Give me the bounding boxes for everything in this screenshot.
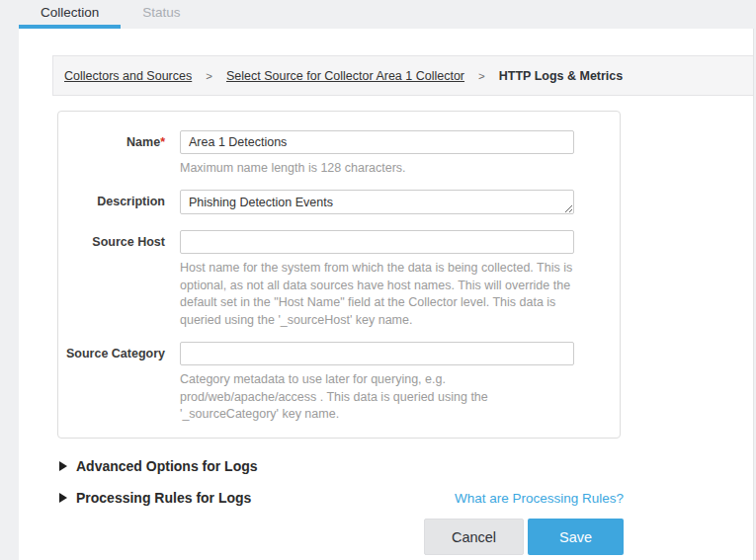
name-input[interactable]	[180, 130, 574, 154]
breadcrumb-current-page: HTTP Logs & Metrics	[499, 69, 623, 83]
advanced-options-title: Advanced Options for Logs	[76, 458, 258, 474]
breadcrumb: Collectors and Sources > Select Source f…	[52, 55, 753, 96]
source-host-label: Source Host	[58, 230, 165, 330]
breadcrumb-separator: >	[206, 70, 212, 82]
source-host-row: Source Host Host name for the system fro…	[58, 230, 620, 330]
name-row: Name* Maximum name length is 128 charact…	[58, 130, 620, 178]
cancel-button[interactable]: Cancel	[424, 519, 524, 555]
breadcrumb-select-source[interactable]: Select Source for Collector Area 1 Colle…	[226, 69, 464, 83]
source-category-label: Source Category	[58, 342, 165, 424]
tab-status[interactable]: Status	[121, 0, 202, 29]
name-label: Name*	[58, 130, 165, 178]
tab-collection-label: Collection	[41, 5, 99, 20]
source-category-row: Source Category Category metadata to use…	[58, 342, 620, 424]
source-config-form: Name* Maximum name length is 128 charact…	[57, 111, 621, 439]
source-host-help-text: Host name for the system from which the …	[180, 260, 574, 330]
source-host-input[interactable]	[180, 230, 574, 254]
save-button[interactable]: Save	[528, 519, 624, 555]
name-help-text: Maximum name length is 128 characters.	[180, 160, 574, 178]
form-actions: Cancel Save	[59, 519, 624, 555]
tab-collection[interactable]: Collection	[19, 0, 121, 29]
processing-rules-title: Processing Rules for Logs	[76, 490, 251, 506]
sections-area: Advanced Options for Logs Processing Rul…	[59, 458, 624, 555]
description-row: Description Phishing Detection Events	[58, 190, 620, 218]
description-label: Description	[58, 190, 165, 218]
required-asterisk: *	[160, 135, 165, 149]
advanced-options-section-toggle[interactable]: Advanced Options for Logs	[59, 458, 624, 474]
breadcrumb-separator: >	[478, 70, 485, 82]
source-category-input[interactable]	[180, 342, 574, 365]
source-category-help-text: Category metadata to use later for query…	[180, 371, 574, 424]
content-panel: Collectors and Sources > Select Source f…	[19, 29, 754, 560]
collapsed-arrow-icon	[59, 461, 67, 471]
tab-status-label: Status	[142, 5, 180, 20]
collapsed-arrow-icon	[59, 493, 67, 503]
breadcrumb-collectors-and-sources[interactable]: Collectors and Sources	[64, 69, 192, 83]
processing-rules-section-toggle[interactable]: Processing Rules for Logs	[59, 490, 251, 506]
description-input[interactable]: Phishing Detection Events	[180, 190, 574, 214]
tab-bar: Collection Status	[0, 0, 756, 29]
what-are-processing-rules-link[interactable]: What are Processing Rules?	[455, 491, 624, 506]
